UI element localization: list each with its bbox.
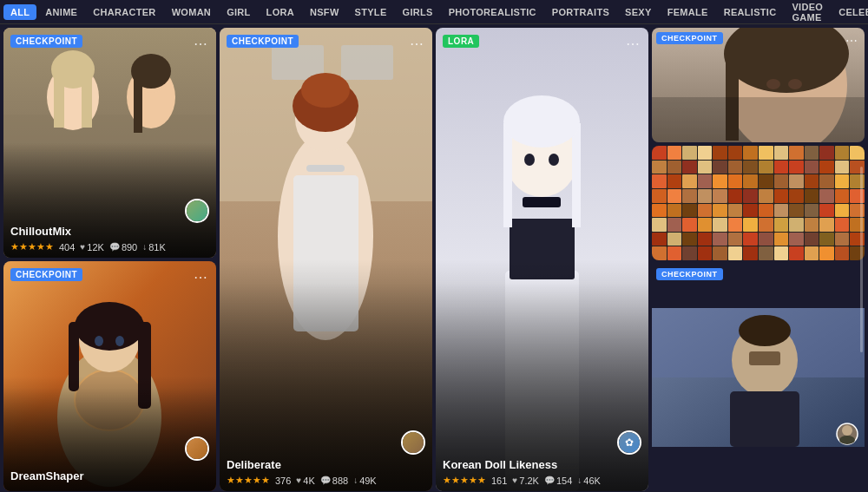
card-info-korean: Korean Doll Likeness ★★★★★ 161 ♥ 7.2K 💬 … [436, 453, 648, 491]
nav-tag-girl[interactable]: GIRL [220, 4, 257, 20]
nav-tag-celebrity[interactable]: CELEBRITY [832, 4, 868, 20]
card-menu-dreamshaper[interactable]: ⋯ [192, 268, 209, 285]
comments-count-korean: 154 [556, 476, 572, 486]
downloads-count-deliberate: 49K [359, 476, 377, 486]
card-stats: ★★★★★ 404 ♥ 12K 💬 890 ↓ 81K [10, 241, 209, 253]
card-menu-portrait[interactable]: ⋯ [843, 32, 860, 49]
card-title-dreamshaper: DreamShaper [10, 469, 209, 482]
comment-icon: 💬 [109, 242, 120, 252]
badge-checkpoint: CHECKPOINT [10, 35, 82, 48]
nav-tag-girls[interactable]: GIRLS [396, 4, 440, 20]
card-korean[interactable]: LORA ⋯ ✿ Korean Doll Likeness ★★★★★ 161 … [436, 28, 648, 491]
card-info-dreamshaper: DreamShaper [3, 464, 216, 491]
downloads-count-korean: 46K [583, 476, 601, 486]
rating-deliberate: 376 [275, 476, 291, 486]
badge-dreamshaper: CHECKPOINT [10, 268, 82, 281]
nav-tag-woman[interactable]: WOMAN [165, 4, 219, 20]
card-info: ChilloutMix ★★★★★ 404 ♥ 12K 💬 890 ↓ 81K [3, 220, 216, 258]
badge-korean: LORA [443, 35, 479, 48]
card-menu-deliberate[interactable]: ⋯ [408, 35, 425, 52]
likes-korean: ♥ 7.2K [512, 476, 539, 486]
downloads-stat: ↓ 81K [142, 242, 166, 253]
comments-stat: 💬 890 [109, 242, 137, 253]
nav-tag-character[interactable]: CHARACTER [86, 4, 162, 20]
comment-icon-korean: 💬 [544, 476, 555, 485]
card-stats-korean: ★★★★★ 161 ♥ 7.2K 💬 154 ↓ 46K [443, 475, 641, 486]
card-menu-button[interactable]: ⋯ [192, 35, 209, 52]
nav-bar: ALL ANIME CHARACTER WOMAN GIRL LORA NSFW… [0, 0, 868, 24]
nav-tag-female[interactable]: FEMALE [661, 4, 715, 20]
mosaic-grid [652, 146, 865, 260]
likes-count: 12K [87, 242, 104, 253]
card-avatar-deliberate [401, 430, 425, 455]
svg-point-39 [788, 79, 802, 89]
svg-rect-33 [436, 28, 648, 491]
download-icon-korean: ↓ [577, 476, 582, 485]
download-icon: ↓ [142, 242, 147, 252]
card-portrait-woman[interactable]: CHECKPOINT ⋯ [652, 28, 865, 142]
card-stats-deliberate: ★★★★★ 376 ♥ 4K 💬 888 ↓ 49K [227, 475, 425, 486]
likes-deliberate: ♥ 4K [296, 476, 314, 486]
download-icon-deliberate: ↓ [353, 476, 358, 485]
nav-tag-photorealistic[interactable]: PHOTOREALISTIC [442, 4, 543, 20]
card-avatar-korean: ✿ [617, 430, 641, 455]
card-title-korean: Korean Doll Likeness [443, 458, 641, 471]
nav-tag-sexy[interactable]: SEXY [618, 4, 659, 20]
heart-icon-deliberate: ♥ [296, 476, 301, 485]
comments-deliberate: 💬 888 [320, 476, 348, 486]
svg-rect-40 [652, 97, 865, 142]
stars-korean: ★★★★★ [443, 475, 486, 486]
likes-count-korean: 7.2K [519, 476, 539, 486]
stars: ★★★★★ [10, 241, 54, 253]
card-dreamshaper[interactable]: CHECKPOINT ⋯ DreamShaper [3, 261, 216, 491]
comments-count: 890 [122, 242, 137, 253]
svg-point-45 [739, 315, 791, 346]
card-menu-korean[interactable]: ⋯ [624, 35, 641, 52]
nav-tag-nsfw[interactable]: NSFW [303, 4, 346, 20]
heart-icon-korean: ♥ [512, 476, 517, 485]
svg-rect-46 [749, 351, 780, 365]
downloads-count: 81K [148, 242, 166, 253]
comments-korean: 💬 154 [544, 476, 572, 486]
comments-count-deliberate: 888 [332, 476, 348, 486]
svg-point-49 [842, 425, 852, 436]
svg-point-50 [839, 436, 855, 444]
card-chilloutmix[interactable]: CHECKPOINT ⋯ ChilloutMix ★★★★★ 404 ♥ 12K… [3, 28, 216, 258]
card-deliberate[interactable]: CHECKPOINT ⋯ Deliberate ★★★★★ 376 ♥ 4K 💬… [220, 28, 432, 491]
card-mosaic[interactable] [652, 146, 865, 260]
stars-deliberate: ★★★★★ [227, 475, 270, 486]
rating-korean: 161 [491, 476, 507, 486]
rating-count: 404 [59, 242, 75, 253]
badge-keanu: CHECKPOINT [656, 268, 723, 280]
card-title-deliberate: Deliberate [227, 458, 425, 471]
comment-icon-deliberate: 💬 [320, 476, 331, 485]
nav-tag-anime[interactable]: ANIME [38, 4, 84, 20]
card-title: ChilloutMix [10, 225, 209, 238]
nav-tag-style[interactable]: STYLE [348, 4, 394, 20]
nav-tag-lora[interactable]: LORA [260, 4, 301, 20]
nav-tag-all[interactable]: ALL [3, 4, 36, 20]
svg-point-38 [766, 79, 780, 89]
svg-rect-47 [730, 391, 799, 447]
likes-stat: ♥ 12K [80, 242, 104, 253]
badge-deliberate: CHECKPOINT [227, 35, 299, 48]
right-column: CHECKPOINT ⋯ [652, 28, 865, 491]
card-avatar-dreamshaper [185, 436, 209, 461]
nav-tag-videogame[interactable]: VIDEO GAME [785, 0, 830, 25]
nav-tag-realistic[interactable]: REALISTIC [717, 4, 784, 20]
card-keanu[interactable]: CHECKPOINT [652, 264, 865, 491]
badge-portrait: CHECKPOINT [656, 32, 723, 44]
downloads-korean: ↓ 46K [577, 476, 601, 486]
downloads-deliberate: ↓ 49K [353, 476, 377, 486]
scroll-indicator [860, 167, 863, 352]
card-info-deliberate: Deliberate ★★★★★ 376 ♥ 4K 💬 888 ↓ 49K [220, 453, 432, 491]
svg-rect-60 [3, 261, 216, 491]
model-grid: CHECKPOINT ⋯ ChilloutMix ★★★★★ 404 ♥ 12K… [0, 24, 868, 492]
svg-rect-22 [220, 28, 432, 491]
heart-icon: ♥ [80, 242, 85, 252]
likes-count-deliberate: 4K [303, 476, 314, 486]
nav-tag-portraits[interactable]: PORTRAITS [545, 4, 616, 20]
